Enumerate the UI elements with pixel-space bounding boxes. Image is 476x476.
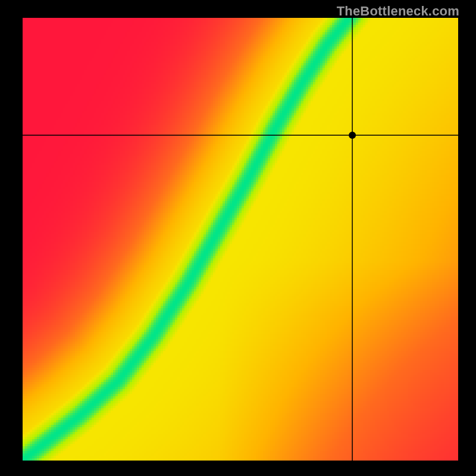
heatmap-canvas: [23, 18, 458, 461]
chart-container: TheBottleneck.com: [0, 0, 476, 476]
watermark-text: TheBottleneck.com: [337, 4, 459, 19]
